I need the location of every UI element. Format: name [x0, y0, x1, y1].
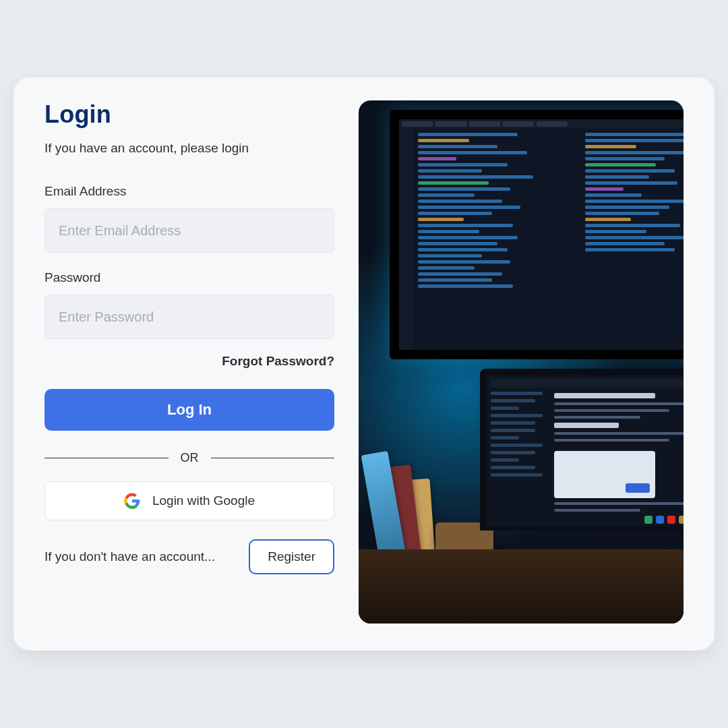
hero-image: [359, 100, 684, 624]
login-button[interactable]: Log In: [44, 389, 334, 431]
no-account-text: If you don't have an account...: [44, 549, 215, 564]
login-card: Login If you have an account, please log…: [13, 78, 715, 650]
google-button-label: Login with Google: [152, 493, 255, 508]
email-field[interactable]: [44, 208, 334, 253]
divider-line-left: [44, 458, 169, 458]
divider: OR: [44, 451, 334, 465]
password-field[interactable]: [44, 295, 334, 339]
divider-label: OR: [181, 451, 199, 465]
register-button[interactable]: Register: [249, 539, 334, 574]
email-label: Email Address: [44, 184, 334, 199]
forgot-password-link[interactable]: Forgot Password?: [222, 354, 334, 369]
desktop-monitor-illustration: [390, 110, 684, 359]
divider-line-right: [211, 458, 335, 458]
page-title: Login: [44, 100, 334, 129]
password-label: Password: [44, 270, 334, 285]
register-row: If you don't have an account... Register: [44, 539, 334, 574]
login-form-panel: Login If you have an account, please log…: [44, 100, 334, 624]
google-icon: [124, 493, 140, 509]
page-subtitle: If you have an account, please login: [44, 141, 334, 156]
login-with-google-button[interactable]: Login with Google: [44, 481, 334, 520]
